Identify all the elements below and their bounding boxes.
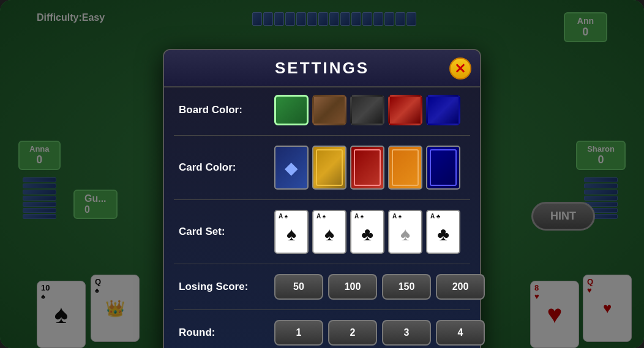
card-set-5[interactable]: A ♣ ♣ [426,210,460,254]
losing-score-row: Losing Score: 50 100 150 200 [164,267,480,307]
card-color-options [274,146,460,190]
card-color-row: Card Color: [164,138,480,197]
divider-4 [174,309,470,310]
round-row: Round: 1 2 3 4 [164,313,480,348]
card-color-blue-diamond[interactable] [274,146,309,190]
round-buttons: 1 2 3 4 [274,320,485,346]
card-suit-icon: ♠ [286,224,296,245]
card-color-red[interactable] [350,146,384,190]
divider-1 [174,135,470,136]
round-label: Round: [179,327,264,339]
card-set-label: Card Set: [179,226,264,238]
losing-score-label: Losing Score: [179,281,264,293]
score-200-button[interactable]: 200 [436,274,485,300]
card-set-1[interactable]: A ♠ ♠ [274,210,309,254]
card-color-dark-blue[interactable] [426,146,460,190]
card-rank-label: A ♣ [430,213,440,220]
board-color-wood[interactable] [312,95,346,125]
card-suit-icon: ♠ [400,224,410,245]
card-suit-icon: ♣ [361,224,373,245]
board-color-row: Board Color: [164,87,480,133]
card-rank-label: A ♠ [279,213,288,220]
card-color-gold[interactable] [312,146,346,190]
device-frame: Difficulty:Easy Ann 0 Anna 0 [0,0,644,348]
card-color-label: Card Color: [179,161,264,174]
round-3-button[interactable]: 3 [382,320,431,346]
settings-modal: SETTINGS Board Color: Card Color: [163,49,481,348]
card-set-row: Card Set: A ♠ ♠ A ♠ ♠ A ♠ ♣ [164,202,480,261]
board-color-blue[interactable] [426,95,460,125]
card-set-4[interactable]: A ♠ ♠ [388,210,422,254]
settings-title: SETTINGS [275,59,369,77]
score-50-button[interactable]: 50 [274,274,323,300]
divider-2 [174,199,470,200]
round-4-button[interactable]: 4 [436,320,485,346]
board-color-dark[interactable] [350,95,384,125]
settings-header: SETTINGS [164,50,480,87]
modal-overlay: SETTINGS Board Color: Card Color: [0,0,644,348]
card-rank-label: A ♠ [354,213,364,220]
card-suit-icon: ♣ [437,224,449,245]
score-100-button[interactable]: 100 [328,274,377,300]
score-150-button[interactable]: 150 [382,274,431,300]
round-1-button[interactable]: 1 [274,320,323,346]
board-color-green[interactable] [274,95,309,125]
card-set-3[interactable]: A ♠ ♣ [350,210,384,254]
card-color-orange[interactable] [388,146,422,190]
card-rank-label: A ♠ [392,213,402,220]
card-rank-label: A ♠ [316,213,326,220]
card-set-2[interactable]: A ♠ ♠ [312,210,346,254]
board-color-red[interactable] [388,95,422,125]
close-button[interactable] [449,57,471,80]
card-set-options: A ♠ ♠ A ♠ ♠ A ♠ ♣ A ♠ [274,210,460,254]
score-buttons: 50 100 150 200 [274,274,485,300]
board-color-options [274,95,460,125]
divider-3 [174,264,470,264]
card-suit-icon: ♠ [324,224,334,245]
round-2-button[interactable]: 2 [328,320,377,346]
board-color-label: Board Color: [179,104,264,116]
